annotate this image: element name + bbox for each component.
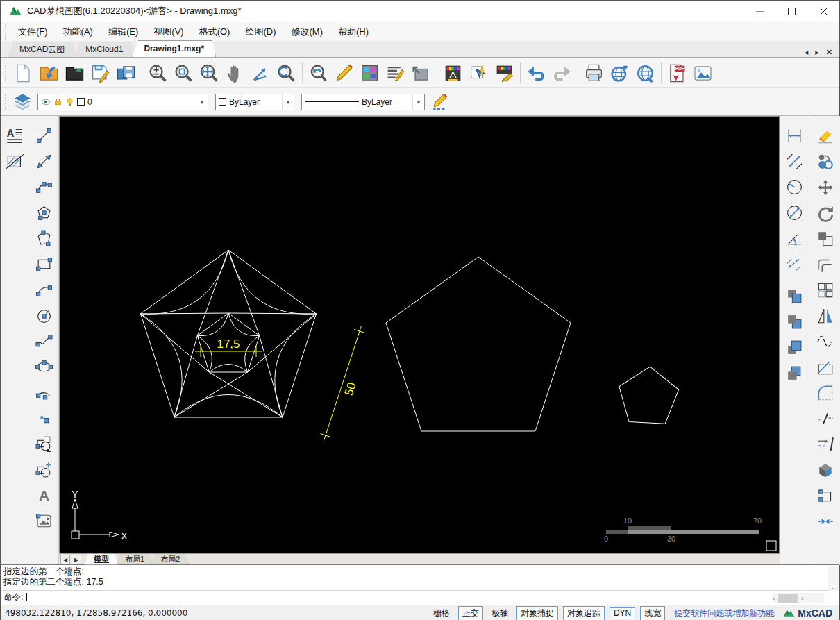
draworder-above-button[interactable] [783,336,807,359]
feedback-link[interactable]: 提交软件问题或增加新功能 [674,608,774,619]
chamfer-button[interactable] [814,355,837,378]
block-insert-button[interactable] [32,433,56,455]
scroll-down-icon[interactable]: ⌄ [831,584,837,591]
status-toggle-2[interactable]: 正交 [458,606,483,620]
menu-item-3[interactable]: 编辑(E) [101,24,146,40]
menu-item-6[interactable]: 绘图(D) [237,24,283,40]
new-file-button[interactable] [10,60,36,86]
web-upload-button[interactable] [607,60,632,86]
color-palette-button[interactable] [440,60,466,86]
image-button[interactable] [32,510,56,533]
tab-close-icon[interactable]: ✕ [826,48,832,57]
ellipse-button[interactable] [32,355,56,378]
dim-linear-button[interactable] [783,124,807,147]
layout-tab-1[interactable]: 模型 [85,554,118,565]
layout-tab-3[interactable]: 布局2 [151,554,189,565]
rotate-button[interactable] [814,201,837,224]
layer-manager-button[interactable] [357,60,383,86]
menu-item-1[interactable]: 文件(F) [10,24,56,40]
array-button[interactable] [814,278,837,301]
curve-button[interactable] [814,330,837,353]
status-toggle-1[interactable]: 栅格 [430,607,453,620]
text-button[interactable]: A [32,484,56,507]
scroll-left-icon[interactable]: ‹ [773,595,775,602]
draworder-under-button[interactable] [783,362,807,385]
canvas-resize-handle[interactable] [766,541,776,551]
match-properties-button[interactable] [492,60,517,86]
minimize-button[interactable] [744,1,775,22]
dim-distance-button[interactable] [783,253,807,276]
document-tab-3[interactable]: Drawing1.mxg* [132,40,216,57]
menu-item-5[interactable]: 格式(O) [192,24,238,40]
dim-radius-button[interactable] [783,176,807,199]
arc-3point-button[interactable] [32,278,56,301]
command-vertical-scrollbar[interactable]: ⌄ [828,566,839,591]
dim-aligned-button[interactable] [783,150,807,173]
undo-button[interactable] [523,60,549,86]
status-toggle-5[interactable]: 对象追踪 [563,606,605,620]
color-select[interactable]: ByLayer ▾ [215,94,294,110]
menu-item-7[interactable]: 修改(M) [283,24,330,40]
zoom-extents-button[interactable] [196,60,222,86]
command-input-line[interactable]: 命令: [1,591,839,603]
save-button[interactable] [87,60,113,86]
xline-button[interactable] [32,150,56,173]
stretch-button[interactable] [814,484,837,507]
document-tab-2[interactable]: MxCloud1 [74,42,135,57]
layer-select[interactable]: 0 ▾ [37,94,208,110]
drawing-canvas[interactable]: 17,5 50 X Y [59,116,780,553]
arc-half-button[interactable] [32,381,56,404]
zoom-window-button[interactable] [171,60,196,86]
linetype-manager-button[interactable] [383,60,408,86]
text-style-button[interactable]: A [3,124,27,147]
maximize-button[interactable] [775,1,807,22]
line-button[interactable] [32,124,56,147]
draw-color-button[interactable] [331,60,357,86]
layout-tab-2[interactable]: 布局1 [116,554,153,565]
status-toggle-4[interactable]: 对象捕捉 [516,606,558,620]
web-download-button[interactable] [632,60,658,86]
zoom-previous-button[interactable] [305,60,331,86]
scale-button[interactable] [814,227,837,250]
open-file-button[interactable] [62,60,87,86]
dim-angular-button[interactable] [783,227,807,250]
pdf-export-button[interactable]: PDF [664,60,690,86]
menu-item-4[interactable]: 视图(V) [146,24,191,40]
layout-scroll-left-icon[interactable]: ◀ [60,555,70,565]
open-cloud-button[interactable] [36,60,62,86]
menu-item-2[interactable]: 功能(A) [56,24,101,40]
zoom-realtime-button[interactable] [145,60,171,86]
document-tab-1[interactable]: MxCAD云图 [8,42,76,57]
spline-button[interactable] [32,330,56,353]
rectangle-button[interactable] [32,253,56,276]
join-button[interactable] [814,510,837,533]
linetype-select[interactable]: ByLayer ▾ [301,94,425,110]
erase-button[interactable] [814,124,837,147]
pan-button[interactable] [222,60,248,86]
quick-select-button[interactable] [466,60,492,86]
draworder-front-button[interactable] [783,285,807,308]
move-button[interactable] [814,176,837,199]
print-button[interactable] [581,60,607,86]
block-create-button[interactable] [32,458,56,481]
status-toggle-7[interactable]: 线宽 [640,606,665,620]
offset-button[interactable] [814,253,837,276]
save-all-button[interactable] [113,60,139,86]
image-export-button[interactable] [690,60,716,86]
zoom-center-button[interactable] [274,60,299,86]
dim-diameter-button[interactable] [783,201,807,224]
hatch-button[interactable] [3,150,27,173]
arc-button[interactable] [32,176,56,199]
scrollbar-thumb[interactable] [778,594,798,603]
polygon-button[interactable] [32,201,56,224]
draw-order-pencil-button[interactable] [428,90,452,114]
axes-button[interactable] [248,60,274,86]
command-horizontal-scrollbar[interactable]: ‹ › [773,593,824,603]
polyline-button[interactable] [32,227,56,250]
point-button[interactable] [32,407,56,430]
status-toggle-6[interactable]: DYN [610,607,635,619]
tab-scroll-right-icon[interactable]: ▸ [815,48,819,57]
output-window-button[interactable] [408,60,434,86]
layout-scroll-right-icon[interactable]: ▶ [72,555,81,565]
extend-button[interactable] [814,433,837,455]
